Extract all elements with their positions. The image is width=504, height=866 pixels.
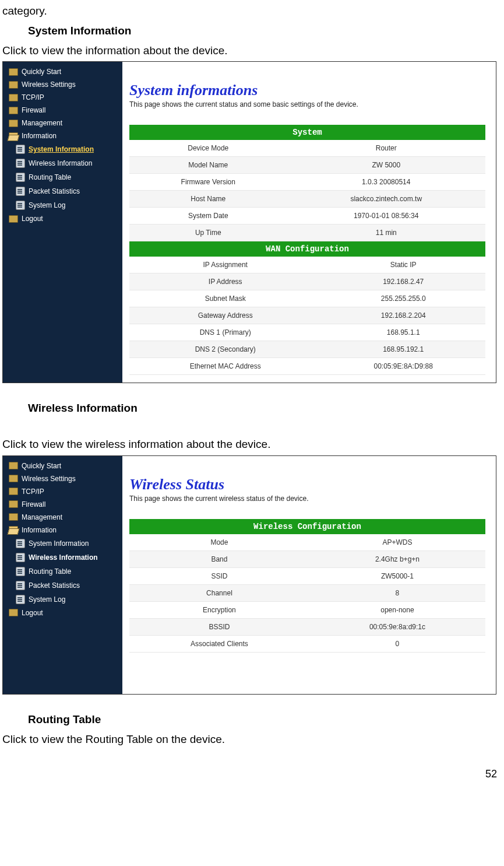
body-system-information: Click to view the information about the …: [2, 43, 502, 58]
sidebar-item-quickly-start[interactable]: Quickly Start: [3, 65, 122, 78]
heading-routing-table: Routing Table: [28, 713, 502, 726]
page-icon: [16, 595, 25, 604]
sidebar: Quickly Start Wireless Settings TCP/IP F…: [3, 62, 122, 383]
table-row: IP AssignmentStatic IP: [129, 257, 485, 274]
folder-open-icon: [9, 526, 18, 534]
sidebar-item-wireless-settings[interactable]: Wireless Settings: [3, 78, 122, 91]
content-panel: Wireless Status This page shows the curr…: [122, 456, 496, 694]
table-row: Encryptionopen-none: [129, 601, 485, 618]
table-row: DNS 2 (Secondary)168.95.192.1: [129, 341, 485, 358]
panel-desc: This page shows the current status and s…: [129, 100, 485, 108]
table-row: DNS 1 (Primary)168.95.1.1: [129, 324, 485, 341]
table-row: Ethernet MAC Address00:05:9E:8A:D9:88: [129, 358, 485, 375]
table-row: Channel8: [129, 584, 485, 601]
table-row: Model NameZW 5000: [129, 157, 485, 174]
embedded-screenshot-wireless: Quickly Start Wireless Settings TCP/IP F…: [2, 455, 496, 695]
body-routing-table: Click to view the Routing Table on the d…: [2, 732, 502, 747]
folder-icon: [9, 120, 18, 127]
sidebar-item-management[interactable]: Management: [3, 511, 122, 524]
sidebar-item-system-log[interactable]: System Log: [3, 592, 122, 606]
sidebar: Quickly Start Wireless Settings TCP/IP F…: [3, 456, 122, 694]
table-row: Subnet Mask255.255.255.0: [129, 290, 485, 307]
page-icon: [16, 539, 25, 548]
table-row: Band2.4Ghz b+g+n: [129, 551, 485, 567]
page-icon: [16, 159, 25, 168]
panel-title: Wireless Status: [129, 476, 485, 493]
sidebar-item-information[interactable]: Information: [3, 524, 122, 537]
embedded-screenshot-sysinfo: Quickly Start Wireless Settings TCP/IP F…: [2, 61, 496, 383]
folder-icon: [9, 609, 18, 616]
section-header-wan: WAN Configuration: [129, 241, 485, 257]
heading-wireless-information: Wireless Information: [28, 402, 502, 415]
body-wireless-information: Click to view the wireless information a…: [2, 437, 502, 452]
sidebar-item-packet-statistics[interactable]: Packet Statistics: [3, 578, 122, 592]
page-pretext: category.: [2, 3, 502, 19]
folder-icon: [9, 215, 18, 223]
section-header-wireless: Wireless Configuration: [129, 519, 485, 534]
sidebar-item-system-log[interactable]: System Log: [3, 198, 122, 212]
folder-icon: [9, 475, 18, 482]
page-icon: [16, 567, 25, 576]
sidebar-item-logout[interactable]: Logout: [3, 606, 122, 619]
page-icon: [16, 187, 25, 196]
sidebar-item-information[interactable]: Information: [3, 129, 122, 142]
panel-title: System informations: [129, 82, 485, 99]
sidebar-item-routing-table[interactable]: Routing Table: [3, 565, 122, 578]
folder-icon: [9, 513, 18, 521]
wan-table: IP AssignmentStatic IP IP Address192.168…: [129, 257, 485, 375]
folder-icon: [9, 68, 18, 76]
sidebar-item-wireless-information[interactable]: Wireless Information: [3, 156, 122, 170]
table-row: Gateway Address192.168.2.204: [129, 307, 485, 324]
sidebar-item-logout[interactable]: Logout: [3, 212, 122, 225]
folder-icon: [9, 462, 18, 469]
folder-icon: [9, 81, 18, 89]
table-row: ModeAP+WDS: [129, 534, 485, 551]
folder-icon: [9, 94, 18, 101]
table-row: SSIDZW5000-1: [129, 567, 485, 584]
sidebar-item-routing-table[interactable]: Routing Table: [3, 170, 122, 184]
folder-icon: [9, 500, 18, 508]
content-panel: System informations This page shows the …: [122, 62, 496, 383]
table-row: Firmware Version1.0.3 20080514: [129, 174, 485, 191]
folder-icon: [9, 107, 18, 114]
table-row: Device ModeRouter: [129, 140, 485, 157]
sidebar-item-firewall[interactable]: Firewall: [3, 104, 122, 117]
wireless-table: ModeAP+WDS Band2.4Ghz b+g+n SSIDZW5000-1…: [129, 534, 485, 653]
sidebar-item-system-information[interactable]: System Information: [3, 537, 122, 551]
sidebar-item-management[interactable]: Management: [3, 117, 122, 129]
table-row: IP Address192.168.2.47: [129, 274, 485, 290]
page-icon: [16, 173, 25, 182]
section-header-system: System: [129, 125, 485, 140]
table-row: System Date1970-01-01 08:56:34: [129, 208, 485, 225]
folder-open-icon: [9, 132, 18, 140]
page-icon: [16, 145, 25, 154]
sidebar-item-packet-statistics[interactable]: Packet Statistics: [3, 184, 122, 198]
sidebar-item-quickly-start[interactable]: Quickly Start: [3, 460, 122, 472]
sidebar-item-tcpip[interactable]: TCP/IP: [3, 91, 122, 104]
table-row: Up Time11 min: [129, 225, 485, 241]
folder-icon: [9, 488, 18, 495]
page-icon: [16, 201, 25, 210]
sidebar-item-wireless-information[interactable]: Wireless Information: [3, 551, 122, 565]
sidebar-item-firewall[interactable]: Firewall: [3, 498, 122, 511]
sidebar-item-system-information[interactable]: System Information: [3, 142, 122, 156]
panel-desc: This page shows the current wireless sta…: [129, 495, 485, 503]
table-row: Associated Clients0: [129, 635, 485, 652]
table-row: BSSID00:05:9e:8a:d9:1c: [129, 618, 485, 635]
sidebar-item-wireless-settings[interactable]: Wireless Settings: [3, 472, 122, 485]
page-icon: [16, 553, 25, 562]
sidebar-item-tcpip[interactable]: TCP/IP: [3, 485, 122, 498]
page-number: 52: [2, 751, 502, 785]
heading-system-information: System Information: [28, 24, 502, 37]
system-table: Device ModeRouter Model NameZW 5000 Firm…: [129, 140, 485, 241]
page-icon: [16, 581, 25, 590]
table-row: Host Nameslackco.zintech.com.tw: [129, 191, 485, 208]
